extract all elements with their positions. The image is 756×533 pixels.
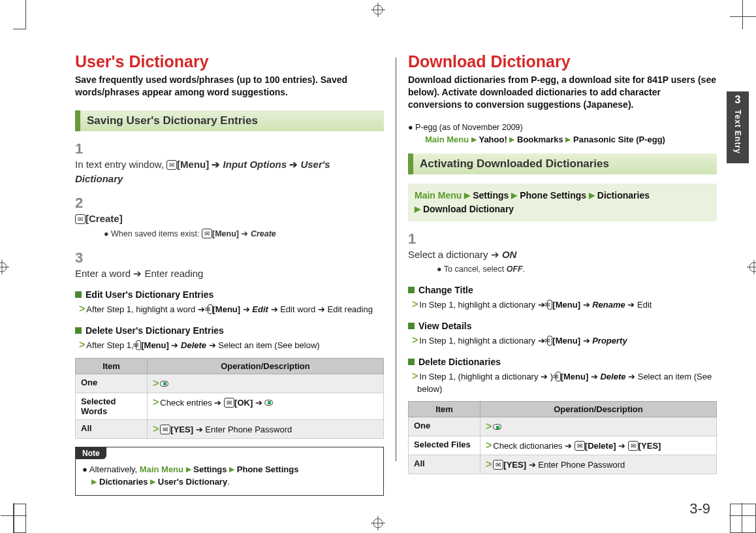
step-text: Select a dictionary ➔ ON [408, 248, 697, 262]
crop-mark [730, 0, 756, 29]
chapter-label: Text Entry [733, 110, 742, 154]
step-2: 2 ✉[Create] When saved items exist: ✉[Me… [75, 195, 384, 240]
mail-icon: ✉ [160, 425, 170, 434]
chapter-number: 3 [727, 94, 749, 106]
delete-dict-desc: >In Step 1, (highlight a dictionary ➔ ) … [417, 368, 717, 396]
step-1-right: 1 Select a dictionary ➔ ON To cancel, se… [408, 231, 717, 276]
desc-right: Download dictionaries from P-egg, a down… [408, 74, 717, 111]
section-activating: Activating Downloaded Dictionaries [408, 153, 717, 174]
step-note: When saved items exist: ✉[Menu] ➔ Create [104, 229, 384, 240]
delete-desc: >After Step 1, ✉[Menu] ➔ Delete ➔ Select… [84, 337, 384, 352]
registration-mark [0, 260, 9, 274]
mail-icon: ✉ [208, 304, 213, 314]
center-key-icon [264, 400, 273, 406]
mail-icon: ✉ [493, 460, 503, 470]
title-right: Download Dictionary [408, 52, 717, 71]
center-key-icon [160, 381, 168, 387]
mail-icon: ✉ [75, 214, 86, 224]
registration-mark [747, 260, 756, 274]
chapter-tab: 3 Text Entry [727, 91, 749, 163]
registration-mark [371, 3, 385, 17]
note-label: Note [76, 447, 106, 459]
table-row: Selected Words>Check entries ➔ ✉[OK] ➔ [76, 393, 384, 419]
view-details-desc: >In Step 1, highlight a dictionary ➔ ✉[M… [417, 332, 717, 347]
delete-dict-heading: Delete Dictionaries [408, 357, 717, 367]
square-bullet-icon [75, 327, 82, 334]
column-divider [396, 57, 396, 461]
note-body: ● Alternatively, Main Menu ▶ Settings ▶ … [76, 459, 383, 495]
square-bullet-icon [75, 291, 82, 298]
table-row: One> [409, 417, 717, 436]
square-bullet-icon [408, 287, 415, 293]
edit-desc: >After Step 1, highlight a word ➔ ✉[Menu… [84, 301, 384, 316]
title-left: User's Dictionary [75, 52, 384, 71]
th-op: Operation/Description [148, 358, 384, 374]
table-row: All>✉[YES] ➔ Enter Phone Password [76, 419, 384, 438]
th-item: Item [409, 402, 480, 417]
step-number: 2 [75, 195, 92, 212]
mail-icon: ✉ [556, 372, 561, 381]
section-saving: Saving User's Dictionary Entries [75, 110, 384, 131]
step-number: 3 [75, 250, 92, 266]
table-row: All>✉[YES] ➔ Enter Phone Password [409, 455, 717, 474]
step-1: 1 In text entry window, ✉[Menu] ➔ Input … [75, 140, 384, 186]
mail-icon: ✉ [166, 160, 177, 170]
square-bullet-icon [408, 359, 415, 365]
delete-table-left: ItemOperation/Description One> Selected … [75, 358, 384, 439]
page-number: 3-9 [689, 500, 710, 517]
mail-icon: ✉ [628, 441, 638, 451]
crop-mark [13, 504, 26, 533]
step-text: Enter a word ➔ Enter reading [75, 266, 364, 281]
step-text: In text entry window, ✉[Menu] ➔ Input Op… [75, 157, 364, 186]
note-box: Note ● Alternatively, Main Menu ▶ Settin… [75, 447, 384, 496]
mail-icon: ✉ [575, 441, 585, 451]
step-number: 1 [408, 231, 425, 248]
mainmenu-path: Main Menu ▶ Settings ▶ Phone Settings ▶ … [408, 184, 717, 221]
delete-heading: Delete User's Dictionary Entries [75, 325, 384, 336]
edit-heading: Edit User's Dictionary Entries [75, 289, 384, 300]
step-note: To cancel, select OFF. [437, 264, 717, 276]
delete-table-right: ItemOperation/Description One> Selected … [408, 401, 717, 474]
left-column: User's Dictionary Save frequently used w… [75, 52, 384, 507]
change-title-desc: >In Step 1, highlight a dictionary ➔ ✉[M… [417, 297, 717, 312]
page-content: User's Dictionary Save frequently used w… [75, 52, 717, 507]
crop-mark [13, 0, 26, 29]
mail-icon: ✉ [224, 398, 234, 408]
table-row: Selected Files>Check dictionaries ➔ ✉[De… [409, 436, 717, 455]
step-text: ✉[Create] [75, 212, 364, 226]
step-number: 1 [75, 140, 92, 157]
mail-icon: ✉ [202, 229, 212, 238]
right-column: Download Dictionary Download dictionarie… [408, 52, 717, 507]
square-bullet-icon [408, 323, 415, 329]
pegg-note: ● P-egg (as of November 2009) [408, 123, 717, 132]
step-3: 3 Enter a word ➔ Enter reading [75, 250, 384, 281]
table-row: One> [76, 374, 384, 393]
registration-mark [371, 516, 385, 530]
crop-mark [730, 504, 756, 533]
view-details-heading: View Details [408, 321, 717, 331]
nav-path: Main Menu ▶ Yahoo! ▶ Bookmarks ▶ Panason… [425, 135, 717, 144]
change-title-heading: Change Title [408, 285, 717, 295]
th-op: Operation/Description [480, 402, 717, 417]
desc-left: Save frequently used words/phrases (up t… [75, 74, 384, 99]
center-key-icon [493, 424, 501, 430]
th-item: Item [76, 358, 148, 374]
